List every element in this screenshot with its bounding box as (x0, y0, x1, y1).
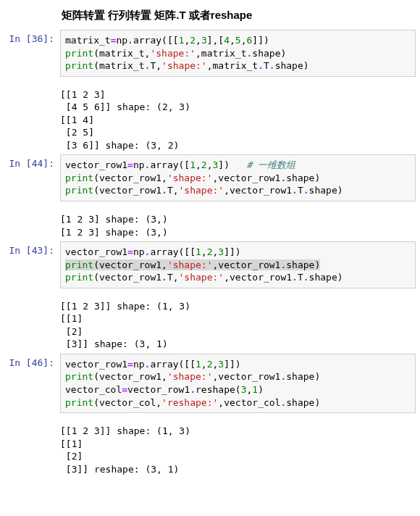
cell-output: [[1 2 3]] shape: (1, 3) [[1] [2] [3]] re… (0, 422, 420, 475)
code-cell: In [36]:matrix_t=np.array([[1,2,3],[4,5,… (0, 30, 420, 77)
cell-output: [1 2 3] shape: (3,) [1 2 3] shape: (3,) (0, 210, 420, 238)
input-prompt: In [36]: (0, 30, 60, 77)
code-input[interactable]: vector_row1=np.array([[1,2,3]]) print(ve… (60, 354, 416, 413)
code-input[interactable]: matrix_t=np.array([[1,2,3],[4,5,6]]) pri… (60, 30, 416, 77)
code-input[interactable]: vector_row1=np.array([1,2,3]) # 一维数组 pri… (60, 154, 416, 201)
cell-output: [[1 2 3] [4 5 6]] shape: (2, 3) [[1 4] [… (0, 86, 420, 152)
section-heading: 矩阵转置 行列转置 矩阵.T 或者reshape (0, 0, 420, 27)
code-input[interactable]: vector_row1=np.array([[1,2,3]]) print(ve… (60, 241, 416, 288)
code-cell: In [44]:vector_row1=np.array([1,2,3]) # … (0, 154, 420, 201)
input-prompt: In [44]: (0, 154, 60, 201)
input-prompt: In [46]: (0, 354, 60, 413)
input-prompt: In [43]: (0, 241, 60, 288)
cell-output: [[1 2 3]] shape: (1, 3) [[1] [2] [3]] sh… (0, 297, 420, 351)
code-cell: In [46]:vector_row1=np.array([[1,2,3]]) … (0, 354, 420, 413)
code-cell: In [43]:vector_row1=np.array([[1,2,3]]) … (0, 241, 420, 288)
